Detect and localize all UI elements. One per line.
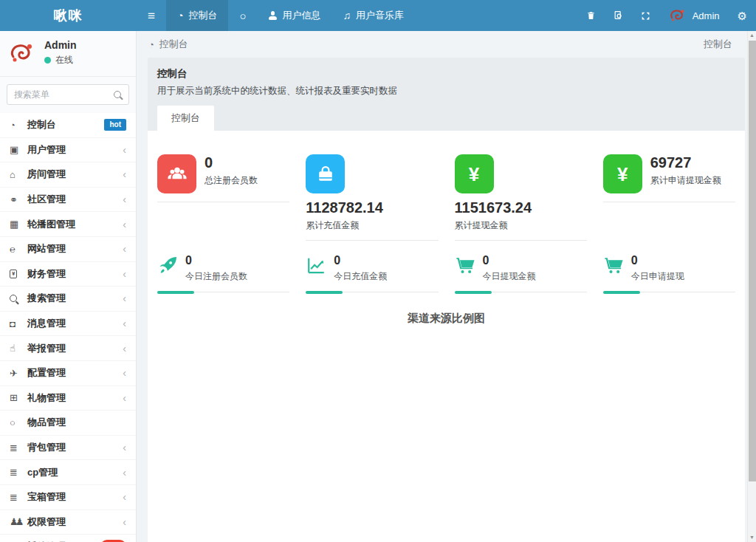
stat-value: 1128782.14	[306, 199, 438, 216]
sidebar-item-treasure[interactable]: ≣ 宝箱管理 ‹	[0, 485, 136, 510]
stat-value: 0	[205, 154, 258, 171]
stat-label: 今日充值金额	[334, 270, 387, 283]
tab-dashboard[interactable]: 控制台	[157, 106, 214, 131]
page-description: 用于展示当前系统中的统计数据、统计报表及重要实时数据	[157, 85, 735, 97]
chevron-icon: ‹	[123, 292, 126, 304]
progress-bar	[306, 290, 438, 292]
user-menu[interactable]: Admin	[659, 7, 729, 24]
chevron-icon: ‹	[123, 219, 126, 230]
sidebar-item-community[interactable]: ⚭ 社区管理 ‹	[0, 188, 136, 213]
stat-label: 今日注册会员数	[185, 270, 247, 283]
progress-bar	[455, 290, 587, 292]
sidebar-item-carousel[interactable]: ▦ 轮播图管理 ‹	[0, 212, 136, 237]
motorcycle-icon: ⚭	[10, 194, 27, 205]
main-content: ◔ 控制台 控制台 控制台 用于展示当前系统中的统计数据、统计报表及重要实时数据…	[137, 31, 756, 542]
circle-icon: ○	[10, 417, 27, 428]
group-icon: ♟♟	[10, 516, 27, 527]
scrollbar-thumb[interactable]	[749, 41, 756, 481]
gift-icon: ⊞	[10, 392, 27, 403]
chevron-icon: ‹	[123, 367, 126, 379]
hand-icon: ☝	[10, 343, 27, 354]
rocket-icon	[157, 255, 179, 276]
sidebar-item-cp[interactable]: ≣ cp管理 ‹	[0, 460, 136, 485]
breadcrumb-current[interactable]: ◔ 控制台	[148, 38, 188, 51]
trash-button[interactable]	[577, 10, 605, 21]
search-input[interactable]	[7, 84, 129, 105]
sidebar-item-permissions[interactable]: ♟♟ 权限管理 ‹	[0, 510, 136, 535]
image-icon: ▦	[10, 219, 27, 230]
chevron-icon: ‹	[123, 442, 126, 453]
dashboard-icon: ◔	[10, 120, 27, 131]
stat-label: 总注册会员数	[205, 174, 258, 187]
chevron-icon: ‹	[123, 491, 126, 503]
sidebar-menu: ◔ 控制台 hot ▣ 用户管理 ‹ ⌂ 房间管理 ‹ ⚭ 社区管理 ‹ ▦ 轮…	[0, 113, 136, 542]
scroll-down-arrow[interactable]: ▼	[748, 533, 756, 542]
vertical-scrollbar[interactable]: ▲ ▼	[747, 31, 756, 542]
sidebar-item-website[interactable]: ℮ 网站管理 ‹	[0, 237, 136, 262]
scroll-up-arrow[interactable]: ▲	[748, 31, 756, 40]
dashboard-icon: ◔	[148, 39, 154, 50]
divider	[306, 240, 438, 241]
breadcrumb-page: 控制台	[704, 38, 744, 51]
settings-button[interactable]: ⚙	[729, 10, 756, 21]
nav-tab-user-info[interactable]: 用户信息	[257, 0, 331, 31]
online-status: 在线	[44, 54, 77, 66]
stat-label: 今日申请提现	[631, 270, 684, 283]
id-card-icon: ▣	[10, 144, 27, 155]
chart-title: 渠道来源比例图	[157, 312, 735, 326]
nav-circle-button[interactable]: ○	[228, 0, 257, 31]
stat-total-members: 0 总注册会员数	[157, 154, 289, 241]
chevron-icon: ‹	[123, 467, 126, 478]
nav-tab-user-music[interactable]: ♫ 用户音乐库	[331, 0, 415, 31]
sidebar-search	[7, 84, 129, 105]
page-title: 控制台	[157, 67, 735, 80]
users-icon	[157, 154, 196, 193]
chevron-icon: ‹	[123, 392, 126, 404]
hamburger-icon: ≡	[148, 10, 155, 22]
sidebar-item-finance[interactable]: ¥ 财务管理 ‹	[0, 262, 136, 287]
stat-value: 0	[334, 255, 387, 267]
sidebar-item-plugins[interactable]: ➤ 插件管理 new	[0, 535, 136, 542]
shopping-bag-icon	[306, 154, 345, 193]
sidebar-item-messages[interactable]: ◘ 消息管理 ‹	[0, 312, 136, 337]
sidebar-item-gifts[interactable]: ⊞ 礼物管理 ‹	[0, 386, 136, 411]
yen-icon: ¥	[455, 154, 494, 193]
sidebar-toggle-button[interactable]: ≡	[137, 0, 166, 31]
stat-today-withdraw-apply: 0 今日申请提现	[603, 255, 735, 292]
sidebar-user-panel: Admin 在线	[0, 31, 136, 77]
search-icon	[10, 295, 27, 302]
circle-icon: ○	[239, 10, 246, 21]
chevron-icon: ‹	[123, 144, 126, 156]
line-chart-icon	[306, 255, 327, 276]
sidebar-item-users[interactable]: ▣ 用户管理 ‹	[0, 138, 136, 163]
money-icon: ¥	[10, 270, 27, 278]
search-icon[interactable]	[114, 91, 121, 98]
nav-tab-dashboard[interactable]: ◔ 控制台	[166, 0, 228, 31]
fullscreen-button[interactable]	[632, 11, 659, 21]
brand-logo[interactable]: 啾咪	[0, 0, 137, 31]
divider	[455, 240, 587, 241]
sidebar-item-items[interactable]: ○ 物品管理	[0, 411, 136, 436]
user-icon	[268, 11, 277, 20]
sidebar-item-backpack[interactable]: ≣ 背包管理 ‹	[0, 436, 136, 461]
dashboard-icon: ◔	[177, 10, 183, 21]
stat-today-recharge: 0 今日充值金额	[306, 255, 438, 292]
sidebar-item-rooms[interactable]: ⌂ 房间管理 ‹	[0, 162, 136, 188]
sidebar-item-search[interactable]: 搜索管理 ‹	[0, 287, 136, 312]
bank-icon: ⌂	[10, 169, 27, 180]
stat-total-withdraw-apply: ¥ 69727 累计申请提现金额	[603, 154, 735, 241]
cart-icon	[455, 255, 476, 276]
chevron-icon: ‹	[123, 343, 126, 354]
stat-value: 1151673.24	[455, 199, 587, 216]
dashboard-panel: 控制台 用于展示当前系统中的统计数据、统计报表及重要实时数据 控制台	[148, 58, 745, 542]
avatar	[7, 41, 37, 66]
sidebar-item-config[interactable]: ✈ 配置管理 ‹	[0, 361, 136, 386]
breadcrumb: ◔ 控制台 控制台	[137, 31, 756, 58]
sidebar-item-reports[interactable]: ☝ 举报管理 ‹	[0, 336, 136, 361]
tab-bar: 控制台	[157, 106, 735, 131]
chevron-icon: ‹	[123, 168, 126, 180]
stat-total-withdraw: ¥ 1151673.24 累计提现金额	[455, 154, 587, 241]
sidebar-item-dashboard[interactable]: ◔ 控制台 hot	[0, 113, 136, 138]
top-navbar: 啾咪 ≡ ◔ 控制台 ○ 用户信息 ♫ 用户音乐库 Admin	[0, 0, 756, 31]
cache-button[interactable]	[605, 10, 632, 21]
